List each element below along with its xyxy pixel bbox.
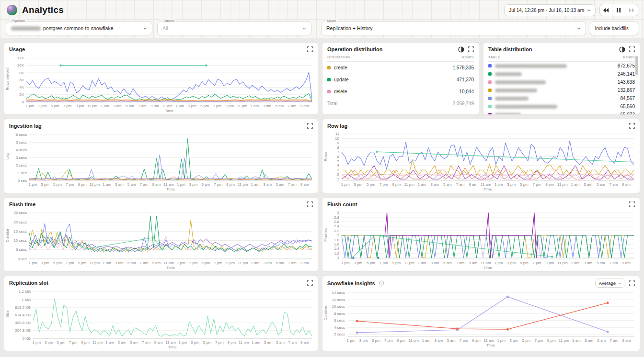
svg-text:5 pm: 5 pm bbox=[53, 261, 62, 265]
date-range-button[interactable]: Jul 14, 12:26 pm - Jul 16, 10:13 am bbox=[504, 4, 596, 16]
svg-text:7 pm: 7 pm bbox=[380, 261, 388, 265]
svg-text:5 pm: 5 pm bbox=[522, 338, 531, 343]
svg-text:3 am: 3 am bbox=[263, 104, 272, 108]
svg-text:7 pm: 7 pm bbox=[214, 261, 222, 265]
expand-icon[interactable] bbox=[629, 46, 635, 52]
series-color-swatch bbox=[488, 89, 492, 92]
svg-text:3 am: 3 am bbox=[435, 338, 443, 343]
expand-icon[interactable] bbox=[307, 201, 313, 207]
svg-text:1 pm: 1 pm bbox=[26, 104, 34, 108]
date-range-label: Jul 14, 12:26 pm - Jul 16, 10:13 am bbox=[509, 8, 584, 13]
expand-icon[interactable] bbox=[307, 46, 313, 52]
aggregation-select[interactable]: Average bbox=[595, 279, 625, 288]
svg-text:11 am: 11 am bbox=[162, 104, 172, 108]
rewind-button[interactable] bbox=[599, 4, 612, 16]
svg-text:7 am: 7 am bbox=[140, 182, 149, 187]
svg-text:9 am: 9 am bbox=[300, 261, 309, 265]
svg-text:9 pm: 9 pm bbox=[547, 338, 556, 343]
svg-text:5 pm: 5 pm bbox=[57, 340, 65, 345]
svg-text:1 pm: 1 pm bbox=[179, 340, 187, 345]
svg-text:4K: 4K bbox=[19, 85, 24, 89]
svg-text:Time: Time bbox=[483, 187, 492, 191]
svg-text:7 pm: 7 pm bbox=[213, 104, 221, 108]
svg-text:5 am: 5 am bbox=[597, 182, 605, 187]
svg-text:7 pm: 7 pm bbox=[69, 340, 78, 345]
svg-text:9 am: 9 am bbox=[152, 261, 161, 265]
svg-text:10: 10 bbox=[335, 136, 339, 141]
table-row: 143,638 bbox=[488, 78, 635, 86]
fast-forward-button[interactable] bbox=[625, 4, 638, 16]
svg-text:1 am: 1 am bbox=[571, 261, 580, 265]
svg-text:11 pm: 11 pm bbox=[408, 338, 419, 343]
usage-chart: 02K4K6K8K10K12K1 pm3 pm5 pm7 pm9 pm11 pm… bbox=[4, 53, 318, 115]
svg-text:9 am: 9 am bbox=[622, 261, 631, 265]
svg-text:Flushes: Flushes bbox=[323, 228, 328, 242]
table-row: 65,560 bbox=[488, 102, 635, 111]
pause-button[interactable] bbox=[612, 4, 625, 16]
svg-text:3 am: 3 am bbox=[584, 182, 592, 187]
svg-text:1 am: 1 am bbox=[418, 261, 426, 265]
flush-time-card: Flush time 0 sec5 secs10 secs15 secs20 s… bbox=[4, 197, 318, 272]
svg-text:11 am: 11 am bbox=[163, 182, 174, 187]
usage-card-title: Usage bbox=[9, 46, 25, 52]
filter-bar: Pipeline postgres-common-to-snowflake Ta… bbox=[0, 20, 644, 38]
svg-text:3 am: 3 am bbox=[585, 338, 593, 343]
redacted-table-name bbox=[495, 72, 522, 76]
pie-chart-icon[interactable] bbox=[619, 46, 625, 53]
help-icon[interactable]: ? bbox=[379, 280, 384, 286]
include-backfills-toggle[interactable]: Include backfills bbox=[590, 21, 638, 35]
series-color-swatch bbox=[488, 97, 492, 100]
include-backfills-label: Include backfills bbox=[595, 26, 629, 31]
usage-card: Usage 02K4K6K8K10K12K1 pm3 pm5 pm7 pm9 p… bbox=[4, 42, 318, 115]
svg-text:3 am: 3 am bbox=[115, 261, 124, 265]
header-area: Analytics Jul 14, 12:26 pm - Jul 16, 10:… bbox=[0, 0, 644, 38]
flush-count-card: Flush count 11.21.41.61.822.22.42.62.831… bbox=[322, 197, 640, 272]
expand-icon[interactable] bbox=[629, 123, 635, 129]
svg-text:12K: 12K bbox=[17, 56, 24, 60]
svg-text:9 pm: 9 pm bbox=[76, 104, 84, 108]
svg-text:8: 8 bbox=[337, 145, 340, 150]
svg-text:1 am: 1 am bbox=[251, 182, 260, 187]
expand-icon[interactable] bbox=[629, 201, 635, 207]
svg-text:5 pm: 5 pm bbox=[53, 182, 62, 187]
svg-text:7 am: 7 am bbox=[288, 182, 297, 187]
series-color-swatch bbox=[327, 78, 331, 81]
svg-text:3 am: 3 am bbox=[264, 340, 273, 345]
tables-select[interactable]: Tables All bbox=[157, 21, 311, 35]
svg-text:7 am: 7 am bbox=[288, 261, 297, 265]
svg-text:1 pm: 1 pm bbox=[341, 182, 350, 187]
svg-text:3 am: 3 am bbox=[263, 261, 272, 265]
expand-icon[interactable] bbox=[307, 280, 313, 286]
expand-icon[interactable] bbox=[307, 123, 313, 129]
series-color-swatch bbox=[488, 113, 492, 114]
table-distribution-card: Table distribution TABLE ROWS 872,675246… bbox=[483, 42, 640, 115]
svg-text:1 am: 1 am bbox=[252, 340, 260, 345]
svg-text:6: 6 bbox=[337, 155, 340, 159]
series-color-swatch bbox=[488, 72, 492, 76]
svg-text:1.8: 1.8 bbox=[334, 238, 340, 242]
svg-text:9 pm: 9 pm bbox=[397, 338, 405, 343]
snowflake-insights-card: Snowflake insights ? Average 2 secs4 sec… bbox=[322, 276, 640, 351]
svg-text:1.4: 1.4 bbox=[334, 246, 340, 251]
pie-chart-icon[interactable] bbox=[458, 46, 464, 53]
series-color-swatch bbox=[327, 90, 331, 93]
mode-select[interactable]: Mode Replication + History bbox=[321, 21, 586, 35]
svg-text:10K: 10K bbox=[17, 63, 24, 67]
svg-text:7 am: 7 am bbox=[138, 104, 147, 108]
svg-text:3 pm: 3 pm bbox=[507, 182, 516, 187]
svg-text:1 pm: 1 pm bbox=[347, 338, 356, 343]
svg-text:Size: Size bbox=[5, 310, 10, 318]
svg-text:5 am: 5 am bbox=[127, 261, 136, 265]
expand-icon[interactable] bbox=[468, 46, 474, 52]
svg-text:1 sec: 1 sec bbox=[18, 171, 27, 175]
row-count: 84,567 bbox=[620, 96, 635, 101]
expand-icon[interactable] bbox=[629, 280, 635, 286]
svg-text:1 pm: 1 pm bbox=[494, 182, 503, 187]
pipeline-select[interactable]: Pipeline postgres-common-to-snowflake bbox=[6, 21, 152, 35]
svg-text:2.6: 2.6 bbox=[334, 220, 340, 224]
svg-text:5 pm: 5 pm bbox=[372, 338, 380, 343]
redacted-table-name bbox=[495, 105, 557, 109]
svg-text:0 KB: 0 KB bbox=[23, 336, 31, 341]
svg-text:2: 2 bbox=[337, 172, 340, 177]
scrollbar[interactable] bbox=[635, 56, 638, 75]
